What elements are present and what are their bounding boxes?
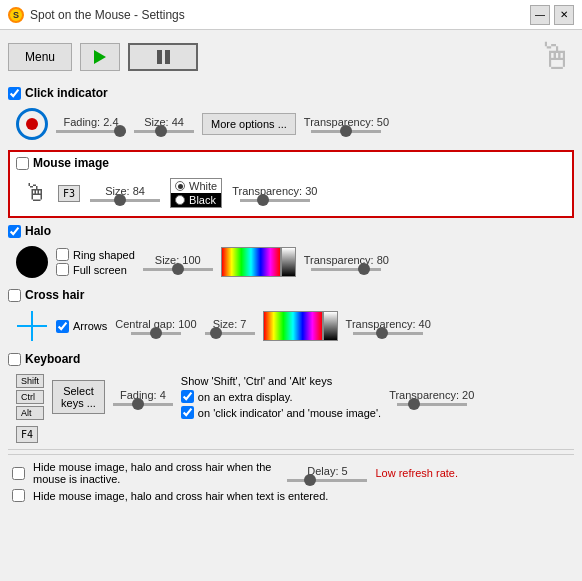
ctrl-key: Ctrl	[16, 390, 44, 404]
white-radio[interactable]	[175, 181, 185, 191]
transparency-slider[interactable]	[311, 130, 381, 133]
halo-color-picker	[221, 247, 296, 277]
hide-text-entry-text: Hide mouse image, halo and cross hair wh…	[33, 490, 328, 502]
click-indicator-icon	[16, 108, 48, 140]
crosshair-transparency-group: Transparency: 40	[346, 318, 431, 335]
keyboard-transparency-slider[interactable]	[397, 403, 467, 406]
hide-mouse-row: Hide mouse image, halo and cross hair wh…	[12, 461, 570, 485]
keyboard-checkbox[interactable]	[8, 353, 21, 366]
click-icon-inner	[26, 118, 38, 130]
halo-spectrum[interactable]	[221, 247, 281, 277]
keyboard-section: Keyboard Shift Ctrl Alt Selectkeys ... F…	[8, 352, 574, 443]
white-option[interactable]: White	[171, 179, 221, 193]
crosshair-vertical	[31, 311, 33, 341]
close-button[interactable]: ✕	[554, 5, 574, 25]
mouse-image-label: Mouse image	[33, 156, 109, 170]
click-indicator-check[interactable]	[181, 406, 194, 419]
mouse-image-body: 🖱 F3 Size: 84 White Black Transparency: …	[16, 174, 566, 212]
mouse-image-checkbox[interactable]	[16, 157, 29, 170]
select-keys-label: Selectkeys ...	[61, 385, 96, 409]
ring-shaped-checkbox[interactable]	[56, 248, 69, 261]
black-radio[interactable]	[175, 195, 185, 205]
mouse-size-slider-group: Size: 84	[90, 185, 160, 202]
ring-shaped-check: Ring shaped	[56, 248, 135, 261]
halo-label: Halo	[25, 224, 51, 238]
f4-row: F4	[8, 426, 574, 443]
mouse-transparency-group: Transparency: 30	[232, 185, 317, 202]
arrows-check: Arrows	[56, 320, 107, 333]
black-option[interactable]: Black	[171, 193, 221, 207]
keyboard-body: Shift Ctrl Alt Selectkeys ... Fading: 4 …	[8, 370, 574, 424]
halo-checkbox[interactable]	[8, 225, 21, 238]
crosshair-size-slider[interactable]	[205, 332, 255, 335]
halo-transparency-slider[interactable]	[311, 268, 381, 271]
halo-transparency-group: Transparency: 80	[304, 254, 389, 271]
menu-button[interactable]: Menu	[8, 43, 72, 71]
low-refresh-text: Low refresh rate.	[375, 467, 458, 479]
crosshair-transparency-slider[interactable]	[353, 332, 423, 335]
mouse-image-section: Mouse image 🖱 F3 Size: 84 White Black T	[8, 150, 574, 218]
crosshair-spectrum[interactable]	[263, 311, 323, 341]
hide-text-checkbox[interactable]	[12, 489, 25, 502]
window-title: Spot on the Mouse - Settings	[30, 8, 185, 22]
shift-key: Shift	[16, 374, 44, 388]
keyboard-header: Keyboard	[8, 352, 574, 366]
halo-size-slider[interactable]	[143, 268, 213, 271]
hide-mouse-text: Hide mouse image, halo and cross hair wh…	[33, 461, 271, 485]
click-indicator-checkbox[interactable]	[8, 87, 21, 100]
white-label: White	[189, 180, 217, 192]
f3-icon[interactable]: F3	[58, 185, 80, 202]
extra-display-text: on an extra display.	[198, 391, 293, 403]
central-gap-slider[interactable]	[131, 332, 181, 335]
black-label: Black	[189, 194, 216, 206]
crosshair-checkbox[interactable]	[8, 289, 21, 302]
title-bar: S Spot on the Mouse - Settings — ✕	[0, 0, 582, 30]
hide-text-row: Hide mouse image, halo and cross hair wh…	[12, 489, 570, 502]
bottom-section: Hide mouse image, halo and cross hair wh…	[8, 454, 574, 512]
hide-mouse-checkbox[interactable]	[12, 467, 25, 480]
mouse-transparency-slider[interactable]	[240, 199, 310, 202]
full-screen-check: Full screen	[56, 263, 135, 276]
mouse-image-header: Mouse image	[16, 156, 566, 170]
crosshair-section: Cross hair Arrows Central gap: 100 Size:…	[8, 288, 574, 346]
crosshair-size-slider-group: Size: 7	[205, 318, 255, 335]
size-slider[interactable]	[134, 130, 194, 133]
halo-white-spectrum[interactable]	[281, 247, 296, 277]
app-icon: S	[8, 7, 24, 23]
more-options-button[interactable]: More options ...	[202, 113, 296, 135]
central-gap-slider-group: Central gap: 100	[115, 318, 196, 335]
crosshair-label: Cross hair	[25, 288, 84, 302]
crosshair-white-spectrum[interactable]	[323, 311, 338, 341]
extra-display-line: on an extra display.	[181, 390, 381, 403]
extra-display-checkbox[interactable]	[181, 390, 194, 403]
mouse-graphic: 🖱	[538, 36, 574, 78]
full-screen-checkbox[interactable]	[56, 263, 69, 276]
delay-slider-group: Delay: 5	[287, 465, 367, 482]
play-button[interactable]	[80, 43, 120, 71]
toolbar: Menu 🖱	[8, 36, 574, 78]
fading-slider-group: Fading: 2.4	[56, 116, 126, 133]
main-content: Menu 🖱 Click indicator Fading: 2.4	[0, 30, 582, 581]
size-slider-group: Size: 44	[134, 116, 194, 133]
show-shift-text: Show 'Shift', 'Ctrl' and 'Alt' keys	[181, 375, 332, 387]
arrows-label: Arrows	[73, 320, 107, 332]
keyboard-options: Show 'Shift', 'Ctrl' and 'Alt' keys on a…	[181, 375, 381, 419]
title-controls: — ✕	[530, 5, 574, 25]
halo-body: Ring shaped Full screen Size: 100 Transp…	[8, 242, 574, 282]
fading-slider[interactable]	[56, 130, 126, 133]
keyboard-fading-group: Fading: 4	[113, 389, 173, 406]
keyboard-fading-slider[interactable]	[113, 403, 173, 406]
click-indicator-text: on 'click indicator' and 'mouse image'.	[198, 407, 381, 419]
pause-button[interactable]	[128, 43, 198, 71]
keyboard-label: Keyboard	[25, 352, 80, 366]
keyboard-transparency-group: Transparency: 20	[389, 389, 474, 406]
crosshair-icon	[16, 310, 48, 342]
arrows-checkbox[interactable]	[56, 320, 69, 333]
select-keys-button[interactable]: Selectkeys ...	[52, 380, 105, 414]
click-indicator-section: Click indicator Fading: 2.4 Size: 44 Mor…	[8, 86, 574, 144]
minimize-button[interactable]: —	[530, 5, 550, 25]
f4-icon[interactable]: F4	[16, 426, 38, 443]
click-indicator-line: on 'click indicator' and 'mouse image'.	[181, 406, 381, 419]
mouse-size-slider[interactable]	[90, 199, 160, 202]
delay-slider[interactable]	[287, 479, 367, 482]
